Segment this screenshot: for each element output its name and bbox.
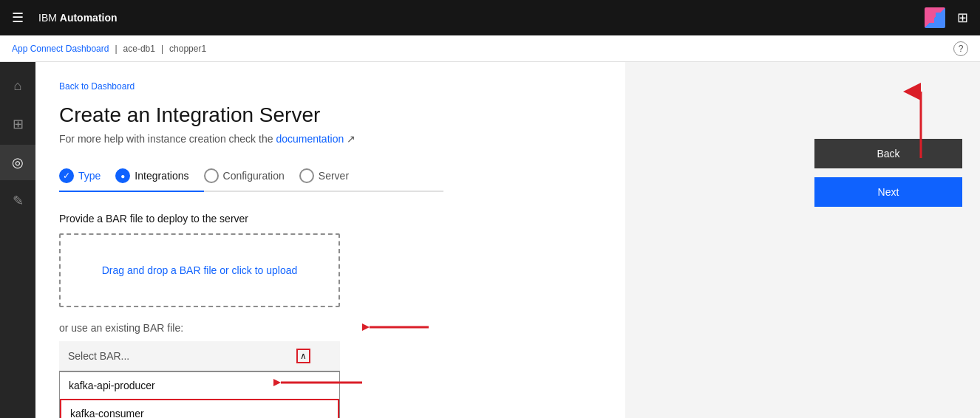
drop-zone-text: Drag and drop a BAR file or click to upl… [102, 264, 298, 276]
step-configuration-circle [204, 168, 219, 183]
ibm-text: IBM [38, 12, 57, 24]
content-area: Back to Dashboard Create an Integration … [35, 62, 625, 418]
navbar: ☰ IBM Automation ⊞ [0, 0, 980, 35]
step-type-circle: ✓ [59, 168, 74, 183]
ibm-logo-icon [925, 7, 945, 28]
dropdown-item-kafka-consumer[interactable]: kafka-consumer [60, 399, 339, 418]
automation-text: Automation [60, 12, 118, 24]
navbar-right: ⊞ [925, 7, 968, 28]
sidebar-docs-icon[interactable]: ✎ [0, 183, 35, 219]
hamburger-icon[interactable]: ☰ [12, 10, 24, 26]
breadcrumb-ace-db1: ace-db1 [123, 44, 155, 54]
breadcrumb-bar: App Connect Dashboard | ace-db1 | choppe… [0, 35, 980, 62]
back-to-dashboard-link[interactable]: Back to Dashboard [59, 81, 135, 92]
step-configuration-label: Configuration [223, 170, 285, 182]
breadcrumb-sep1: | [115, 44, 117, 54]
step-integrations[interactable]: ● Integrations [115, 162, 203, 192]
breadcrumb-chopper1: chopper1 [169, 44, 206, 54]
next-button[interactable]: Next [814, 177, 962, 207]
sidebar-home-icon[interactable]: ⌂ [0, 68, 35, 103]
breadcrumb-sep2: | [161, 44, 163, 54]
chevron-up-icon: ∧ [296, 349, 310, 363]
step-type[interactable]: ✓ Type [59, 162, 115, 192]
main-layout: ⌂ ⊞ ◎ ✎ Back to Dashboard Create an Inte… [0, 62, 980, 418]
right-panel: Back Next [625, 62, 980, 418]
breadcrumb-app-connect[interactable]: App Connect Dashboard [12, 44, 109, 54]
documentation-link[interactable]: documentation [276, 133, 344, 145]
svg-rect-1 [936, 13, 942, 23]
ibm-automation-label: IBM Automation [38, 12, 118, 24]
back-button[interactable]: Back [814, 139, 962, 168]
step-type-label: Type [78, 170, 101, 182]
step-server-circle [299, 168, 314, 183]
upload-label: Provide a BAR file to deploy to the serv… [59, 213, 602, 225]
svg-rect-0 [928, 13, 934, 23]
progress-steps: ✓ Type ● Integrations Configuration Serv… [59, 162, 443, 192]
select-bar[interactable]: Select BAR... ∧ [59, 341, 340, 371]
dropdown-list: kafka-api-producer kafka-consumer [59, 371, 340, 418]
navbar-left: ☰ IBM Automation [12, 10, 118, 26]
help-icon[interactable]: ? [953, 41, 968, 56]
step-configuration[interactable]: Configuration [204, 162, 299, 191]
subtitle-text: For more help with instance creation che… [59, 133, 273, 145]
sidebar-connections-icon[interactable]: ◎ [0, 145, 35, 180]
step-integrations-circle: ● [115, 168, 130, 183]
sidebar-dashboard-icon[interactable]: ⊞ [0, 106, 35, 142]
or-text: or use an existing BAR file: [59, 322, 602, 334]
external-link-icon: ↗ [347, 133, 355, 145]
select-bar-container: Select BAR... ∧ kafka-api-producer kafka… [59, 341, 340, 418]
step-server-label: Server [319, 170, 349, 182]
page-title: Create an Integration Server [59, 103, 602, 127]
dropdown-item-kafka-producer[interactable]: kafka-api-producer [60, 372, 339, 399]
sidebar: ⌂ ⊞ ◎ ✎ [0, 62, 35, 418]
step-server[interactable]: Server [299, 162, 364, 191]
page-subtitle: For more help with instance creation che… [59, 133, 602, 145]
step-integrations-label: Integrations [135, 170, 188, 182]
select-bar-placeholder: Select BAR... [68, 350, 129, 362]
apps-grid-icon[interactable]: ⊞ [957, 10, 968, 26]
drop-zone[interactable]: Drag and drop a BAR file or click to upl… [59, 233, 340, 307]
